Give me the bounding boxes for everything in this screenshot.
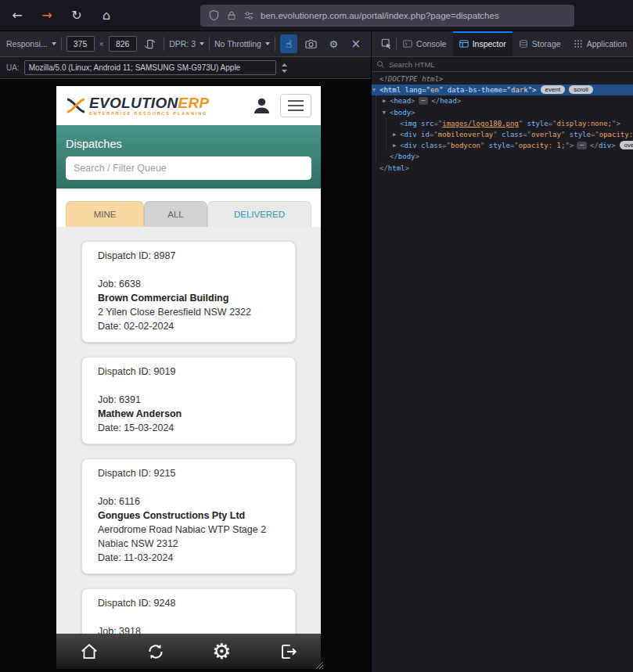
overflow-badge[interactable]: overflow xyxy=(620,141,633,149)
browser-window: ← → ↻ ⌂ ben.evolutionerp.com.au/portal/i… xyxy=(0,0,633,672)
markup-token: =" xyxy=(433,120,442,128)
ua-stepper-icon[interactable] xyxy=(281,63,288,74)
sync-icon xyxy=(146,641,166,662)
back-button[interactable]: ← xyxy=(9,8,25,23)
pick-element-button[interactable] xyxy=(376,31,396,56)
scroll-badge[interactable]: scroll xyxy=(569,85,593,94)
markup-token: html xyxy=(383,86,401,94)
rdm-settings-button[interactable]: ⚙ xyxy=(325,34,343,53)
markup-token: images/logo180.png xyxy=(442,120,519,128)
search-icon xyxy=(376,60,385,69)
tab-all[interactable]: ALL xyxy=(144,201,207,227)
tab-storage[interactable]: Storage xyxy=(513,31,567,56)
dpr-label: DPR: 3 xyxy=(169,39,196,49)
markup-token: en xyxy=(430,86,439,94)
markup-node[interactable]: ▶<body> xyxy=(372,107,633,118)
tab-application[interactable]: Application xyxy=(567,31,633,56)
screenshot-button[interactable] xyxy=(302,34,320,53)
rotate-viewport-button[interactable] xyxy=(142,34,160,53)
storage-icon xyxy=(519,39,528,49)
lock-icon[interactable] xyxy=(226,10,237,21)
markup-token: bodycon xyxy=(451,142,480,149)
refresh-nav-button[interactable] xyxy=(144,640,167,663)
settings-nav-button[interactable]: ⚙ xyxy=(210,640,233,663)
home-icon xyxy=(79,641,99,662)
app-logo[interactable]: EVOLUTIONERP ENTERPRISE RESOURCE PLANNIN… xyxy=(66,95,210,116)
device-selector[interactable]: Responsi... xyxy=(6,39,56,49)
spacer xyxy=(98,610,279,624)
markup-token: > xyxy=(405,164,409,172)
viewport-height-input[interactable] xyxy=(109,36,137,52)
tab-mine[interactable]: MINE xyxy=(66,201,144,227)
dispatch-name: Gongues Constructions Pty Ltd xyxy=(98,508,279,523)
logout-nav-button[interactable] xyxy=(276,640,300,663)
throttling-label: No Throttling xyxy=(214,39,261,49)
search-html-input[interactable] xyxy=(389,60,561,69)
dispatch-job: Job: 6391 xyxy=(98,393,279,407)
markup-token: =" xyxy=(430,131,438,138)
collapse-arrow-icon[interactable]: ▶ xyxy=(372,88,379,92)
home-nav-button[interactable] xyxy=(77,640,101,663)
viewport-resize-handle[interactable] xyxy=(313,659,324,670)
markup-node[interactable]: ▶<head>⋯</head> xyxy=(372,95,633,106)
markup-node[interactable]: </html> xyxy=(372,163,633,174)
dispatch-card[interactable]: Dispatch ID: 9019 Job: 6391 Mathew Ander… xyxy=(81,357,296,444)
chevron-down-icon xyxy=(52,42,56,45)
logo-main: EVOLUTION xyxy=(89,95,178,111)
shield-icon[interactable] xyxy=(208,9,220,21)
dispatch-job: Job: 6116 xyxy=(98,494,279,508)
account-icon[interactable] xyxy=(251,95,272,117)
dispatch-address1: 2 Yilen Close Beresfield NSW 2322 xyxy=(98,305,279,319)
spacer xyxy=(56,189,321,201)
tab-label: Storage xyxy=(532,39,561,49)
markup-node[interactable]: </body> xyxy=(372,151,633,162)
markup-token: =" xyxy=(591,131,599,138)
tab-delivered[interactable]: DELIVERED xyxy=(207,201,311,227)
dispatch-card[interactable]: Dispatch ID: 8987 Job: 6638 Brown Commer… xyxy=(81,241,296,343)
markup-token: body xyxy=(394,109,411,117)
forward-button[interactable]: → xyxy=(39,8,55,23)
markup-token: =" xyxy=(422,86,430,94)
markup-token: opacity: xyxy=(599,131,633,138)
url-bar[interactable]: ben.evolutionerp.com.au/portal/index.php… xyxy=(200,5,574,27)
home-button[interactable]: ⌂ xyxy=(99,8,114,23)
touch-simulation-button[interactable]: ☝ xyxy=(280,34,298,53)
dispatch-id: Dispatch ID: 9215 xyxy=(98,466,279,480)
collapsed-children-ellipsis[interactable]: ⋯ xyxy=(577,142,587,149)
markup-token: =" xyxy=(442,142,451,149)
close-rdm-button[interactable]: × xyxy=(347,34,365,53)
ua-input[interactable] xyxy=(24,60,276,75)
markup-node[interactable]: <img src="images/logo180.png" style="dis… xyxy=(372,118,633,129)
menu-button[interactable] xyxy=(280,94,311,117)
dispatch-date: Date: 11-03-2024 xyxy=(98,551,279,565)
expand-arrow-icon[interactable]: ▶ xyxy=(383,95,386,106)
markup-token: head xyxy=(394,97,411,105)
markup-node[interactable]: ▶<div id="mobileoverlay" class="overlay"… xyxy=(372,129,633,140)
tab-console[interactable]: Console xyxy=(397,31,453,56)
camera-icon xyxy=(305,38,317,50)
throttling-selector[interactable]: No Throttling xyxy=(214,39,270,49)
page-header-band: Dispatches xyxy=(56,125,321,189)
tab-inspector[interactable]: Inspector xyxy=(453,31,513,56)
collapse-arrow-icon[interactable]: ▶ xyxy=(379,111,390,114)
viewport-width-input[interactable] xyxy=(67,36,95,52)
bottom-nav: ⚙ xyxy=(56,634,321,669)
permissions-icon[interactable] xyxy=(243,10,254,21)
reload-button[interactable]: ↻ xyxy=(69,8,85,23)
device-selector-label: Responsi... xyxy=(6,39,48,49)
expand-arrow-icon[interactable]: ▶ xyxy=(393,140,396,151)
markup-node[interactable]: ▶<div class="bodycon" style="opacity: 1;… xyxy=(372,140,633,151)
dpr-selector[interactable]: DPR: 3 xyxy=(169,39,204,49)
markup-node[interactable]: <!DOCTYPE html> xyxy=(372,74,633,84)
markup-node[interactable]: ▶<html lang="en" data-bs-theme="dark">ev… xyxy=(372,84,633,95)
logo-tagline: ENTERPRISE RESOURCE PLANNING xyxy=(89,111,210,116)
expand-arrow-icon[interactable]: ▶ xyxy=(393,129,396,140)
divider xyxy=(164,37,164,51)
queue-search-input[interactable] xyxy=(66,156,311,180)
collapsed-children-ellipsis[interactable]: ⋯ xyxy=(419,97,429,105)
dispatch-id: Dispatch ID: 9248 xyxy=(98,596,279,610)
event-badge[interactable]: event xyxy=(541,85,566,94)
dispatch-card[interactable]: Dispatch ID: 9215 Job: 6116 Gongues Cons… xyxy=(81,458,296,574)
markup-token: class xyxy=(498,131,523,138)
dispatch-list: Dispatch ID: 8987 Job: 6638 Brown Commer… xyxy=(56,227,321,669)
